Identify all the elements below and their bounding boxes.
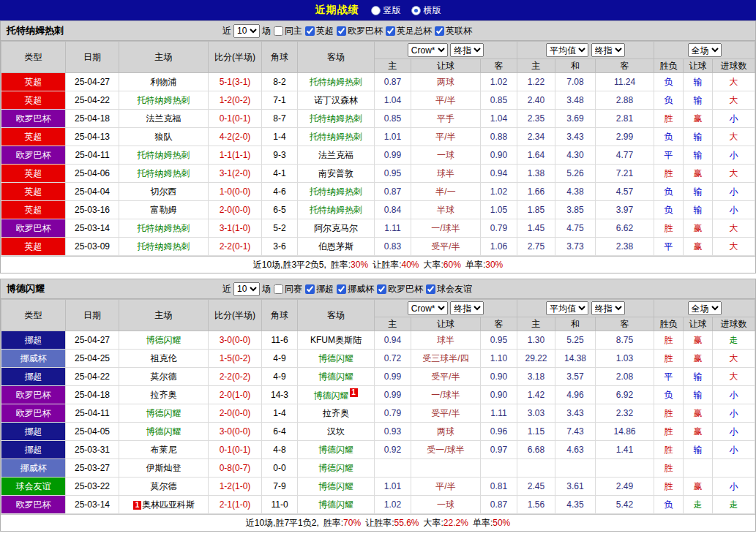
- layout-radio-group: 竖版 横版: [371, 4, 441, 17]
- league-filter-checkbox[interactable]: [426, 284, 435, 294]
- odds-stage-select[interactable]: 终指: [450, 43, 484, 57]
- corner-score: 6-5: [262, 201, 298, 219]
- same-home-filter[interactable]: 同主: [273, 25, 302, 37]
- avg-draw: 7.43: [555, 423, 596, 441]
- recent-count-select[interactable]: 10: [233, 282, 260, 296]
- avg-away: 4.77: [596, 146, 654, 165]
- results-table: 类型 日期 主场 比分(半场) 角球 客场 Crow* 终指 平均值 终指: [1, 41, 755, 256]
- recent-count-select[interactable]: 10: [233, 24, 260, 38]
- result-goals: 大: [713, 91, 755, 110]
- match-row: 欧罗巴杯25-03-141奥林匹亚科斯2-1(1-0)11-0博德闪耀1.02一…: [1, 496, 755, 514]
- result-goals: 大: [713, 128, 755, 146]
- result-goals: 大: [713, 165, 755, 183]
- team-name: 阿尔克马尔: [314, 223, 358, 233]
- avg-home: 2.35: [517, 110, 555, 128]
- odds-company-select[interactable]: Crow*: [408, 43, 448, 57]
- avg-away: 6.62: [596, 219, 654, 238]
- team-name: 托特纳姆热刺: [310, 205, 362, 215]
- odds-company-select[interactable]: Crow*: [408, 301, 448, 315]
- league-filter[interactable]: 英足总杯: [385, 25, 432, 37]
- same-competition-checkbox[interactable]: [274, 284, 283, 294]
- corner-score: 4-6: [262, 183, 298, 201]
- league-filter-checkbox[interactable]: [337, 26, 346, 36]
- avg-odds-select[interactable]: 平均值: [546, 301, 588, 315]
- league-filter[interactable]: 球会友谊: [425, 283, 472, 295]
- league-filter[interactable]: 英超: [304, 25, 334, 37]
- league-filter[interactable]: 挪超: [304, 283, 334, 295]
- radio-circle-checked-icon[interactable]: [411, 6, 421, 15]
- home-team-cell: 莫尔德: [119, 368, 209, 386]
- horizontal-layout-radio[interactable]: 横版: [411, 4, 441, 17]
- league-filter-checkbox[interactable]: [305, 284, 315, 294]
- vertical-layout-radio[interactable]: 竖版: [371, 4, 401, 17]
- home-team-cell: 博德闪耀: [119, 404, 209, 423]
- league-filter-label: 英足总杯: [397, 25, 432, 37]
- score: 0-8(0-7): [209, 459, 262, 478]
- result-outcome: 胜: [654, 423, 684, 441]
- result-outcome: 负: [654, 128, 684, 146]
- team-name: 博德闪耀: [146, 335, 181, 345]
- match-date: 25-03-22: [66, 478, 119, 496]
- match-date: 25-04-25: [66, 350, 119, 368]
- score: 2-2(0-2): [209, 368, 262, 386]
- league-filter-checkbox[interactable]: [386, 26, 395, 36]
- avg-away: 1.03: [596, 350, 654, 368]
- result-outcome: 胜: [654, 459, 684, 478]
- league-filter[interactable]: 英联杯: [434, 25, 472, 37]
- avg-stage-select[interactable]: 终指: [591, 301, 625, 315]
- league-filter[interactable]: 挪威杯: [336, 283, 374, 295]
- league-filter-checkbox[interactable]: [377, 284, 386, 294]
- radio-circle-icon[interactable]: [371, 6, 381, 15]
- handicap: 一/球半: [411, 386, 481, 404]
- avg-odds-select[interactable]: 平均值: [546, 43, 588, 57]
- same-competition-filter[interactable]: 同赛: [273, 283, 302, 295]
- match-date: 25-03-09: [66, 238, 119, 256]
- league-filter[interactable]: 欧罗巴杯: [376, 283, 423, 295]
- result-handicap: 输: [684, 441, 713, 459]
- avg-home: 29.22: [517, 350, 555, 368]
- corner-score: 0-0: [262, 459, 298, 478]
- col-home: 主场: [119, 300, 209, 331]
- odds-away: 0.90: [481, 146, 517, 165]
- league-filter-checkbox[interactable]: [337, 284, 346, 294]
- col-odds-away: 客: [481, 317, 517, 331]
- scope-select[interactable]: 全场: [688, 43, 722, 57]
- team-name: 博德闪耀: [146, 408, 181, 418]
- league-filter[interactable]: 欧罗巴杯: [336, 25, 383, 37]
- league-filter-checkbox[interactable]: [305, 26, 315, 36]
- result-outcome: 胜: [654, 110, 684, 128]
- result-goals: 大: [713, 350, 755, 368]
- match-row: 英超25-04-06托特纳姆热刺3-1(2-0)4-1南安普敦0.95球半0.9…: [1, 165, 755, 183]
- league-filter-checkbox[interactable]: [435, 26, 444, 36]
- match-date: 25-04-13: [66, 128, 119, 146]
- avg-stage-select[interactable]: 终指: [591, 43, 625, 57]
- match-row: 欧罗巴杯25-04-11托特纳姆热刺1-1(1-1)9-3法兰克福0.99一球0…: [1, 146, 755, 165]
- same-home-checkbox[interactable]: [274, 26, 283, 36]
- away-team-cell: 阿尔克马尔: [298, 219, 375, 238]
- league-filter-label: 英联杯: [446, 25, 472, 37]
- match-row: 挪超25-03-31布莱尼0-1(0-1)4-8博德闪耀0.92受一/球半0.9…: [1, 441, 755, 459]
- team-name: 南安普敦: [318, 168, 353, 178]
- result-goals: 小: [713, 146, 755, 165]
- result-outcome: 平: [654, 146, 684, 165]
- result-handicap: [684, 459, 713, 478]
- scope-select[interactable]: 全场: [688, 301, 722, 315]
- result-handicap: 赢: [684, 219, 713, 238]
- score: 2-2(0-1): [209, 238, 262, 256]
- result-outcome: 胜: [654, 478, 684, 496]
- avg-away: 8.75: [596, 331, 654, 350]
- team-name: 博德闪耀: [318, 481, 353, 491]
- odds-stage-select[interactable]: 终指: [450, 301, 484, 315]
- score: 2-1(1-0): [209, 496, 262, 514]
- avg-draw: 4.75: [555, 219, 596, 238]
- league-badge: 挪超: [1, 441, 66, 459]
- avg-draw: 3.57: [555, 368, 596, 386]
- over-rate-stat: 大率:60%: [424, 259, 461, 271]
- team-name: 博德闪耀: [318, 463, 353, 473]
- away-team-cell: 伯恩茅斯: [298, 238, 375, 256]
- avg-draw: [555, 459, 596, 478]
- avg-away: 2.08: [596, 368, 654, 386]
- result-handicap: 赢: [684, 238, 713, 256]
- team-name: 托特纳姆热刺: [138, 95, 190, 105]
- away-team-cell: 博德闪耀: [298, 350, 375, 368]
